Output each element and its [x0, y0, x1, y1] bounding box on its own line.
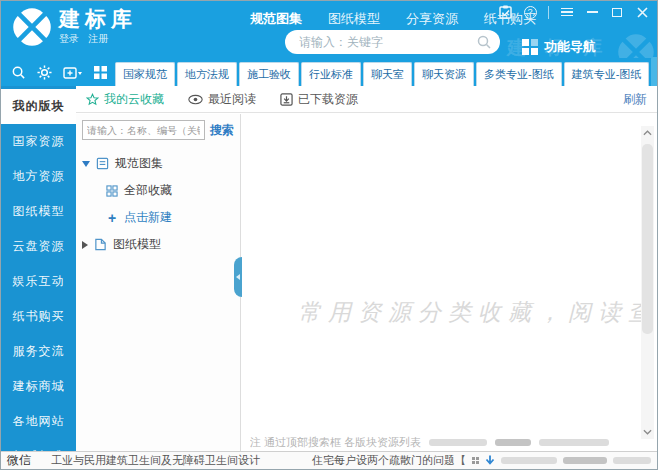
statusbar-topic-1[interactable]: 工业与民用建筑卫生间及无障碍卫生间设计: [51, 453, 260, 468]
main-area: 我的云收藏 最近阅读 已下载资源 刷新: [76, 86, 657, 451]
scroll-up-icon[interactable]: [643, 126, 652, 140]
global-search: [285, 30, 500, 54]
background-peek-row: 注 通过顶部搜索框 各版块资源列表: [250, 435, 635, 449]
nav-share-resources[interactable]: 分享资源: [406, 10, 458, 28]
content-watermark-text: 常用资源分类收藏，阅读查找更: [298, 297, 657, 328]
tab-multi-discipline-drawings[interactable]: 多类专业-图纸: [476, 62, 562, 86]
tab-industry-standards[interactable]: 行业标准: [301, 62, 361, 86]
add-tab-icon[interactable]: [63, 66, 83, 80]
sidebar: 我的版块 国家资源 地方资源 图纸模型 云盘资源 娱乐互动 纸书购买 服务交流 …: [1, 86, 76, 451]
tree-node-all-favorites[interactable]: 全部收藏: [82, 177, 234, 204]
tree-search-button[interactable]: 搜索: [210, 122, 234, 139]
maximize-button[interactable]: [610, 5, 624, 19]
clipboard-icon[interactable]: [498, 5, 512, 19]
nav-spec-atlas[interactable]: 规范图集: [250, 10, 302, 28]
vertical-scrollbar[interactable]: [641, 126, 654, 439]
tab-chat-resources[interactable]: 聊天资源: [414, 62, 474, 86]
favorites-tree-panel: 搜索 规范图集: [76, 114, 241, 451]
tab-local-regulations[interactable]: 地方法规: [177, 62, 237, 86]
module-tabbar: 国家规范 地方法规 施工验收 行业标准 聊天室 聊天资源 多类专业-图纸 建筑专…: [1, 58, 657, 86]
sidebar-item-regional-sites[interactable]: 各地网站: [1, 404, 76, 439]
app-window: 建标库 登录 注册 规范图集 图纸模型 分享资源 纸书购买 功能导航: [0, 0, 658, 470]
sidebar-item-cloud-resources[interactable]: 云盘资源: [1, 229, 76, 264]
refresh-button[interactable]: 刷新: [623, 91, 647, 108]
help-icon[interactable]: ?: [523, 5, 537, 19]
tree-node-create-new[interactable]: + 点击新建: [82, 204, 234, 231]
page-icon: [94, 238, 107, 251]
plus-icon: +: [106, 212, 118, 224]
grid-outline-icon: [106, 185, 118, 197]
content-tabbar: 我的云收藏 最近阅读 已下载资源 刷新: [76, 86, 657, 113]
minimize-button[interactable]: [585, 5, 599, 19]
tab-my-cloud-favorites[interactable]: 我的云收藏: [86, 91, 164, 108]
sidebar-item-jianbiao-mall[interactable]: 建标商城: [1, 369, 76, 404]
top-navigation: 规范图集 图纸模型 分享资源 纸书购买: [250, 10, 536, 28]
folder-book-icon: [96, 157, 109, 170]
register-link[interactable]: 注册: [88, 32, 108, 46]
login-link[interactable]: 登录: [59, 32, 79, 46]
scrollbar-thumb[interactable]: [642, 144, 653, 334]
sidebar-item-national-resources[interactable]: 国家资源: [1, 124, 76, 159]
controls-divider: [548, 6, 549, 19]
function-nav-button[interactable]: 功能导航: [522, 38, 596, 56]
settings-gear-icon[interactable]: [37, 65, 52, 80]
search-icon[interactable]: [476, 34, 492, 50]
caret-down-icon[interactable]: [82, 161, 90, 167]
tab-downloaded-resources[interactable]: 已下载资源: [280, 91, 358, 108]
tab-national-codes[interactable]: 国家规范: [115, 62, 175, 86]
statusbar-topic-2[interactable]: 住宅每户设两个疏散门的问题: [312, 453, 455, 468]
sidebar-item-local-resources[interactable]: 地方资源: [1, 159, 76, 194]
window-controls: ?: [498, 5, 649, 19]
sidebar-item-book-purchase[interactable]: 纸书购买: [1, 299, 76, 334]
sidebar-item-entertainment[interactable]: 娱乐互动: [1, 264, 76, 299]
menu-icon[interactable]: [560, 5, 574, 19]
tree-search-input[interactable]: [82, 120, 205, 140]
logo-diamond-icon: [13, 8, 51, 46]
caret-right-icon[interactable]: [82, 241, 88, 249]
bracket-icon: 【: [455, 453, 466, 468]
download-icon: [280, 93, 293, 106]
sidebar-item-my-sections[interactable]: 我的版块: [1, 89, 76, 124]
panel-collapse-handle[interactable]: [234, 257, 242, 297]
close-button[interactable]: [635, 5, 649, 19]
app-logo[interactable]: 建标库 登录 注册: [13, 8, 137, 46]
sidebar-item-service-exchange[interactable]: 服务交流: [1, 334, 76, 369]
favorites-tree: 规范图集 全部收藏 + 点击新建: [82, 150, 234, 258]
tab-architecture-drawings[interactable]: 建筑专业-图纸: [564, 62, 650, 86]
statusbar: 微信 工业与民用建筑卫生间及无障碍卫生间设计 住宅每户设两个疏散门的问题 【: [1, 451, 657, 469]
sidebar-item-authoritative-standards[interactable]: 权威标准: [1, 439, 76, 451]
tab-manage-my-sections[interactable]: 管理我的版块: [651, 57, 658, 86]
tab-recently-read[interactable]: 最近阅读: [188, 91, 256, 108]
sidebar-item-drawing-models[interactable]: 图纸模型: [1, 194, 76, 229]
nav-drawing-models[interactable]: 图纸模型: [328, 10, 380, 28]
download-arrow-icon[interactable]: [485, 455, 495, 467]
scroll-down-icon[interactable]: [643, 425, 652, 439]
star-icon: [86, 93, 99, 106]
titlebar: 建标库 登录 注册 规范图集 图纸模型 分享资源 纸书购买 功能导航: [1, 1, 657, 58]
grid-icon: [522, 39, 538, 55]
tree-node-spec-atlas[interactable]: 规范图集: [82, 150, 234, 177]
app-title: 建标库: [59, 8, 137, 30]
eye-icon: [188, 94, 203, 105]
search-tool-icon[interactable]: [11, 65, 26, 80]
dots-grid-icon: [472, 457, 479, 464]
function-nav-label: 功能导航: [544, 38, 596, 56]
tab-grid-icon[interactable]: [94, 66, 107, 79]
statusbar-app-label[interactable]: 微信: [7, 452, 51, 469]
tree-node-drawing-models[interactable]: 图纸模型: [82, 231, 234, 258]
content-canvas: 常用资源分类收藏，阅读查找更 注 通过顶部搜索框 各版块资源列表: [242, 114, 657, 451]
tab-chat-room[interactable]: 聊天室: [363, 62, 412, 86]
tab-construction-acceptance[interactable]: 施工验收: [239, 62, 299, 86]
global-search-input[interactable]: [297, 34, 476, 50]
